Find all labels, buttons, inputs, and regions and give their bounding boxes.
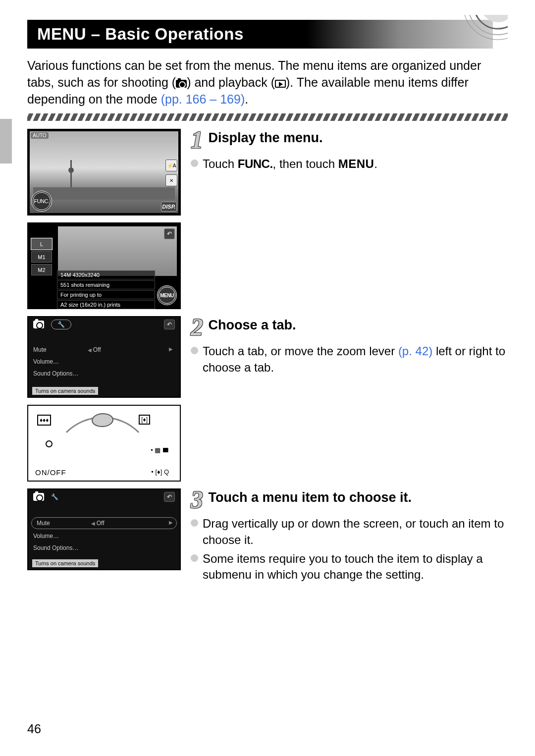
title-ornament-icon <box>443 15 508 54</box>
timer-off-icon: ✕ <box>165 174 177 186</box>
camera-icon <box>176 80 187 88</box>
disp-button[interactable]: DISP. <box>161 202 177 212</box>
mute-value[interactable]: Off <box>88 346 101 353</box>
setup-tab-icon[interactable]: 🔧 <box>51 320 71 329</box>
flash-icon: ⚡A <box>165 160 177 171</box>
intro-text-2: ) and playback ( <box>187 75 275 89</box>
step-title-3: Touch a menu item to choose it. <box>208 490 412 505</box>
menu-item-volume[interactable]: Volume… <box>33 533 88 540</box>
wide-icon: ♦♦♦ <box>37 415 51 426</box>
shots-remaining-label: 551 shots remaining <box>57 280 155 289</box>
menu-item-mute-selected[interactable]: Mute <box>37 520 91 527</box>
tele-icon: [♦] <box>139 415 150 425</box>
menu-item-volume[interactable]: Volume… <box>33 358 88 365</box>
func-button[interactable]: FUNC. <box>31 191 52 212</box>
auto-mode-badge: AUTO <box>31 132 49 139</box>
menu-hint: Turns on camera sounds <box>32 559 98 567</box>
svg-point-3 <box>481 15 508 22</box>
intro-paragraph: Various functions can be set from the me… <box>27 57 508 108</box>
size-option-m2[interactable]: M2 <box>31 264 52 275</box>
lamp-icon <box>46 440 53 447</box>
page-ref-link[interactable]: (pp. 166 – 169) <box>161 92 245 106</box>
mode-row-1: • ▦ ⯀ <box>151 446 169 454</box>
shooting-tab-icon[interactable] <box>33 493 44 501</box>
size-option-l[interactable]: L <box>31 238 52 250</box>
shooting-tab-icon[interactable] <box>33 321 44 328</box>
menu-item-mute[interactable]: Mute <box>33 346 88 353</box>
zoom-lever-diagram: ♦♦♦ [♦] ON/OFF • ▦ ⯀ • [♦] Q <box>27 405 181 482</box>
section-title: MENU – Basic Operations <box>37 25 244 43</box>
step1-bullet: Touch FUNC., then touch MENU. <box>191 156 508 172</box>
menu-item-sound-options[interactable]: Sound Options… <box>33 370 88 377</box>
playback-icon <box>275 80 286 88</box>
menu-hint: Turns on camera sounds <box>32 387 98 395</box>
section-title-bar: MENU – Basic Operations <box>27 20 493 49</box>
back-icon[interactable]: ↶ <box>164 492 175 502</box>
back-icon[interactable]: ↶ <box>164 228 175 239</box>
screenshot-menu-tabs: 🔧 ↶ MuteOff Volume… Sound Options… Turns… <box>27 316 181 398</box>
screenshot-shooting-screen: AUTO ⚡A ✕ FUNC. DISP. <box>27 129 181 216</box>
page-number: 46 <box>27 722 41 736</box>
step-title-1: Display the menu. <box>208 130 322 145</box>
step2-bullet: Touch a tab, or move the zoom lever (p. … <box>191 343 508 376</box>
mute-value-selected[interactable]: Off <box>91 520 105 527</box>
page-ref-link-42[interactable]: (p. 42) <box>398 344 432 358</box>
step-title-2: Choose a tab. <box>208 318 296 332</box>
back-icon[interactable]: ↶ <box>164 320 175 329</box>
size-option-m1[interactable]: M1 <box>31 251 52 263</box>
setup-tab-icon[interactable]: 🔧 <box>51 493 58 500</box>
resolution-label: 14M 4320x3240 <box>57 270 155 279</box>
step-number-2: 2 <box>191 316 203 338</box>
mode-row-2: • [♦] Q <box>151 468 169 476</box>
screenshot-menu-item-selected: 🔧 ↶ MuteOff Volume… Sound Options… Turns… <box>27 488 181 570</box>
step-number-1: 1 <box>191 129 203 151</box>
hash-divider <box>27 113 508 121</box>
onoff-label: ON/OFF <box>35 468 66 477</box>
screenshot-func-menu: ↶ L M1 M2 14M 4320x3240 551 shots remain… <box>27 222 181 309</box>
step3-bullet-1: Drag vertically up or down the screen, o… <box>191 516 508 548</box>
step-number-3: 3 <box>191 488 203 511</box>
menu-button[interactable]: MENU <box>157 285 177 305</box>
menu-item-sound-options[interactable]: Sound Options… <box>33 544 88 551</box>
print-size-label-1: For printing up to <box>57 290 155 299</box>
print-size-label-2: A2 size (16x20 in.) prints <box>57 300 155 309</box>
page-edge-tab <box>0 119 12 163</box>
step3-bullet-2: Some items require you to touch the item… <box>191 551 508 583</box>
